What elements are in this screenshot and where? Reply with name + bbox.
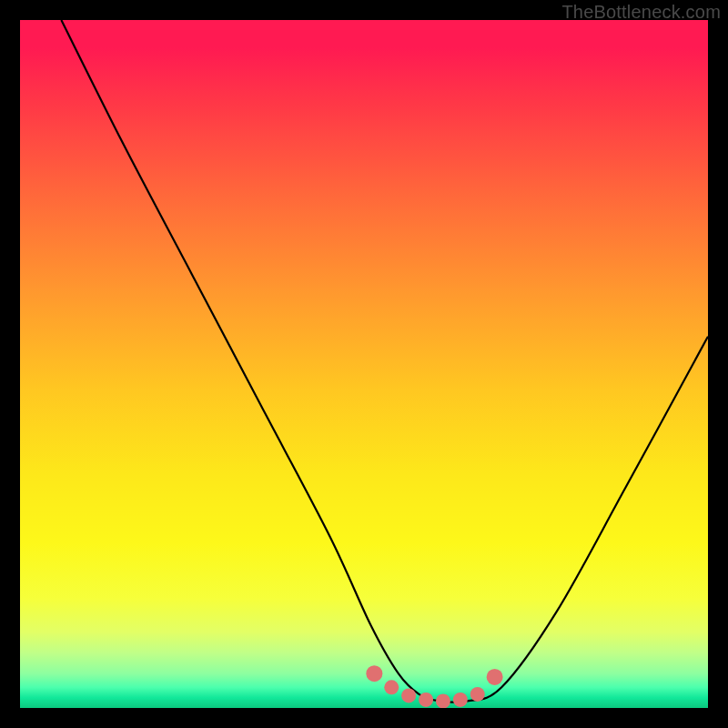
attribution-text: TheBottleneck.com [561, 2, 721, 23]
bottleneck-curve [61, 20, 708, 703]
curve-overlay [20, 20, 708, 708]
highlight-dot [401, 688, 416, 703]
highlight-dot [487, 669, 503, 685]
chart-frame: TheBottleneck.com [0, 0, 728, 728]
highlight-dot [419, 693, 433, 707]
plot-area [20, 20, 708, 708]
highlight-dot [436, 693, 450, 708]
highlight-region [366, 665, 502, 708]
highlight-dot [384, 680, 399, 694]
highlight-dot [366, 665, 382, 682]
highlight-dot [453, 693, 468, 707]
highlight-dot [470, 687, 485, 702]
